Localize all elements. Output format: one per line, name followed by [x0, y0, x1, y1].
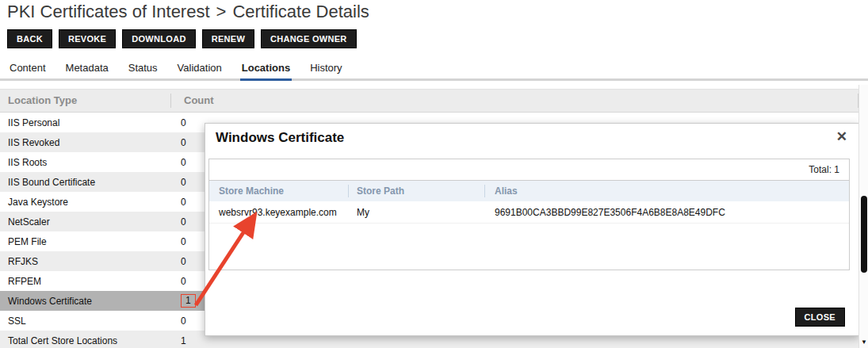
revoke-button[interactable]: REVOKE [59, 29, 116, 48]
total-count: Total: 1 [209, 159, 849, 181]
breadcrumb-primary[interactable]: PKI Certificates of Interest [7, 2, 210, 21]
back-button[interactable]: BACK [7, 29, 52, 48]
column-header-store-machine[interactable]: Store Machine [209, 185, 348, 197]
close-icon[interactable]: ✕ [836, 128, 847, 145]
breadcrumb-separator: > [216, 2, 227, 21]
location-type-cell: RFJKS [0, 256, 171, 267]
tab-validation[interactable]: Validation [176, 56, 224, 78]
location-count-cell: 1 [171, 335, 858, 346]
close-button[interactable]: CLOSE [795, 308, 845, 327]
location-type-cell: NetScaler [0, 216, 171, 228]
modal-table-body: websrvr93.keyexample.comMy9691B00CA3BBD9… [209, 201, 849, 224]
location-type-cell: Total Cert Store Locations [0, 335, 171, 346]
scroll-down-arrow-icon[interactable]: ▼ [859, 337, 868, 347]
location-type-cell: IIS Bound Certificate [0, 177, 171, 188]
scrollbar-thumb[interactable] [861, 196, 867, 273]
modal-table-header: Store Machine Store Path Alias [209, 181, 849, 201]
location-type-cell: IIS Roots [0, 157, 171, 168]
certificate-location-row[interactable]: websrvr93.keyexample.comMy9691B00CA3BBD9… [209, 201, 849, 224]
location-type-cell: PEM File [0, 236, 171, 247]
location-type-cell: Java Keystore [0, 197, 171, 208]
tab-status[interactable]: Status [127, 56, 159, 78]
column-header-alias[interactable]: Alias [484, 185, 849, 197]
renew-button[interactable]: RENEW [202, 29, 254, 48]
store-path-cell: My [348, 207, 484, 218]
tab-history[interactable]: History [308, 56, 343, 78]
column-header-store-path[interactable]: Store Path [348, 185, 484, 197]
location-type-cell: IIS Revoked [0, 137, 171, 148]
locations-table-header: Location Type Count [0, 89, 858, 113]
alias-cell: 9691B00CA3BBD99E827E3506F4A6B8E8A8E49DFC [484, 207, 849, 218]
toolbar: BACKREVOKEDOWNLOADRENEWCHANGE OWNER [7, 29, 357, 48]
windows-certificate-modal: Windows Certificate ✕ Total: 1 Store Mac… [205, 123, 859, 336]
store-machine-cell: websrvr93.keyexample.com [209, 207, 348, 218]
count-annotation-box: 1 [181, 294, 196, 308]
modal-table: Total: 1 Store Machine Store Path Alias … [208, 159, 850, 270]
vertical-scrollbar[interactable]: ▼ [858, 85, 868, 348]
location-type-cell: RFPEM [0, 276, 171, 287]
tab-bar: ContentMetadataStatusValidationLocations… [0, 56, 868, 81]
download-button[interactable]: DOWNLOAD [122, 29, 195, 48]
location-type-cell: SSL [0, 315, 171, 327]
tab-metadata[interactable]: Metadata [64, 56, 110, 78]
location-type-cell: Windows Certificate [0, 296, 171, 307]
breadcrumb: PKI Certificates of Interest>Certificate… [7, 2, 369, 22]
column-header-count[interactable]: Count [171, 94, 858, 108]
tab-locations[interactable]: Locations [240, 56, 292, 81]
modal-title: Windows Certificate [216, 130, 344, 146]
tab-content[interactable]: Content [8, 56, 48, 78]
column-header-location-type[interactable]: Location Type [0, 94, 171, 108]
location-type-cell: IIS Personal [0, 117, 171, 128]
breadcrumb-secondary: Certificate Details [232, 2, 369, 21]
change-owner-button[interactable]: CHANGE OWNER [261, 29, 357, 48]
